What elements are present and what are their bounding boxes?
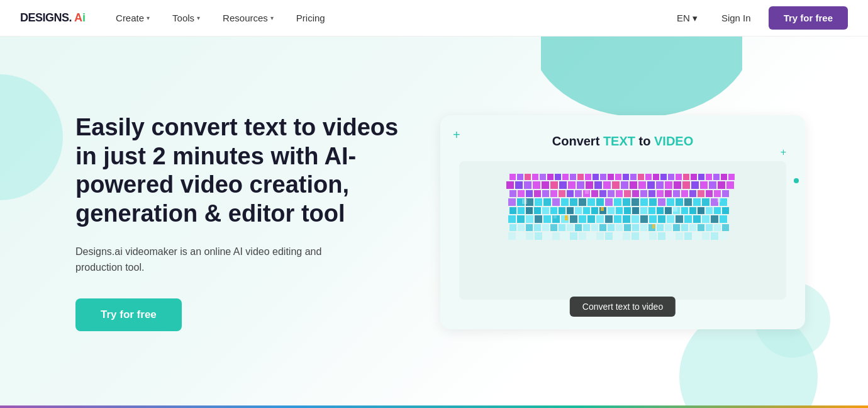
hero-content: Easily convert text to videos in just 2 … — [75, 113, 403, 331]
svg-rect-80 — [698, 190, 704, 197]
svg-rect-176 — [632, 224, 639, 231]
svg-rect-40 — [586, 181, 593, 189]
svg-rect-11 — [585, 174, 591, 180]
svg-rect-70 — [616, 190, 623, 197]
svg-rect-116 — [567, 207, 574, 214]
svg-rect-196 — [579, 232, 586, 240]
video-demo-card: Convert TEXT to VIDEO — [440, 115, 805, 329]
svg-rect-90 — [561, 198, 569, 206]
svg-rect-44 — [621, 181, 628, 189]
svg-rect-208 — [684, 232, 692, 240]
svg-rect-198 — [596, 232, 604, 240]
svg-rect-109 — [509, 207, 516, 214]
svg-rect-122 — [616, 207, 623, 214]
svg-rect-124 — [632, 207, 639, 214]
svg-rect-71 — [624, 190, 631, 197]
svg-rect-147 — [605, 215, 613, 223]
svg-rect-143 — [570, 215, 577, 223]
svg-rect-101 — [658, 198, 665, 206]
chevron-down-icon: ▾ — [197, 14, 200, 21]
svg-rect-20 — [653, 174, 659, 180]
try-for-free-nav-button[interactable]: Try for free — [769, 6, 848, 30]
title-to: to — [639, 134, 654, 148]
svg-rect-150 — [632, 215, 639, 223]
svg-rect-13 — [600, 174, 606, 180]
svg-rect-131 — [689, 207, 696, 214]
svg-rect-102 — [667, 198, 674, 206]
sign-in-label: Sign In — [721, 13, 751, 23]
language-selector[interactable]: EN ▾ — [670, 9, 704, 28]
svg-rect-19 — [645, 174, 652, 180]
svg-rect-166 — [550, 224, 557, 231]
svg-rect-49 — [665, 181, 672, 189]
svg-rect-164 — [534, 224, 541, 231]
svg-rect-42 — [603, 181, 611, 189]
svg-rect-23 — [676, 174, 682, 180]
svg-rect-123 — [624, 207, 631, 214]
svg-rect-47 — [647, 181, 655, 189]
svg-rect-139 — [535, 215, 542, 223]
svg-rect-210 — [702, 232, 709, 240]
svg-rect-88 — [543, 198, 551, 206]
nav-right: EN ▾ Sign In Try for free — [670, 6, 848, 30]
svg-rect-205 — [658, 232, 665, 240]
svg-rect-194 — [561, 232, 569, 240]
svg-rect-91 — [570, 198, 577, 206]
svg-rect-18 — [638, 174, 644, 180]
svg-rect-138 — [526, 215, 533, 223]
svg-rect-130 — [681, 207, 688, 214]
svg-rect-26 — [698, 174, 704, 180]
logo[interactable]: DESIGNS. Ai — [20, 11, 86, 25]
logo-i: i — [82, 11, 86, 25]
svg-rect-212 — [720, 232, 727, 240]
try-for-free-hero-button[interactable]: Try for free — [75, 298, 182, 331]
svg-rect-148 — [614, 215, 621, 223]
svg-rect-151 — [640, 215, 648, 223]
svg-rect-200 — [614, 232, 621, 240]
svg-rect-63 — [559, 190, 565, 197]
nav-links: Create ▾ Tools ▾ Resources ▾ Pricing — [106, 8, 670, 28]
nav-create-label: Create — [116, 13, 144, 23]
svg-rect-211 — [711, 232, 718, 240]
nav-resources[interactable]: Resources ▾ — [213, 8, 284, 28]
svg-rect-182 — [681, 224, 688, 231]
svg-rect-121 — [608, 207, 615, 214]
svg-rect-177 — [640, 224, 647, 231]
nav-pricing[interactable]: Pricing — [286, 8, 335, 28]
svg-rect-1 — [509, 174, 516, 180]
chevron-down-icon: ▾ — [147, 14, 150, 21]
svg-rect-27 — [706, 174, 712, 180]
svg-rect-144 — [579, 215, 586, 223]
svg-rect-100 — [649, 198, 657, 206]
svg-rect-62 — [550, 190, 557, 197]
svg-rect-78 — [681, 190, 688, 197]
svg-rect-146 — [596, 215, 604, 223]
nav-create[interactable]: Create ▾ — [106, 8, 160, 28]
svg-rect-24 — [683, 174, 689, 180]
navbar: DESIGNS. Ai Create ▾ Tools ▾ Resources ▾… — [0, 0, 868, 37]
svg-rect-106 — [702, 198, 709, 206]
title-text-word: TEXT — [603, 134, 635, 148]
svg-rect-15 — [615, 174, 621, 180]
hero-section: Easily convert text to videos in just 2 … — [0, 37, 868, 408]
svg-rect-96 — [614, 198, 621, 206]
svg-rect-202 — [632, 232, 639, 240]
svg-rect-173 — [608, 224, 615, 231]
svg-rect-168 — [567, 224, 574, 231]
svg-rect-160 — [720, 215, 727, 223]
svg-rect-201 — [623, 232, 630, 240]
nav-tools[interactable]: Tools ▾ — [162, 8, 210, 28]
svg-rect-99 — [640, 198, 648, 206]
try-free-nav-label: Try for free — [784, 13, 833, 23]
svg-rect-171 — [591, 224, 598, 231]
svg-rect-84 — [508, 198, 516, 206]
svg-rect-126 — [648, 207, 655, 214]
svg-rect-132 — [698, 207, 704, 214]
svg-rect-213 — [565, 215, 568, 220]
sign-in-button[interactable]: Sign In — [714, 9, 759, 27]
svg-rect-103 — [676, 198, 683, 206]
bottom-gradient-bar — [0, 405, 868, 408]
logo-text: DESIGNS. — [20, 11, 72, 25]
svg-rect-36 — [550, 181, 558, 189]
svg-rect-29 — [721, 174, 727, 180]
